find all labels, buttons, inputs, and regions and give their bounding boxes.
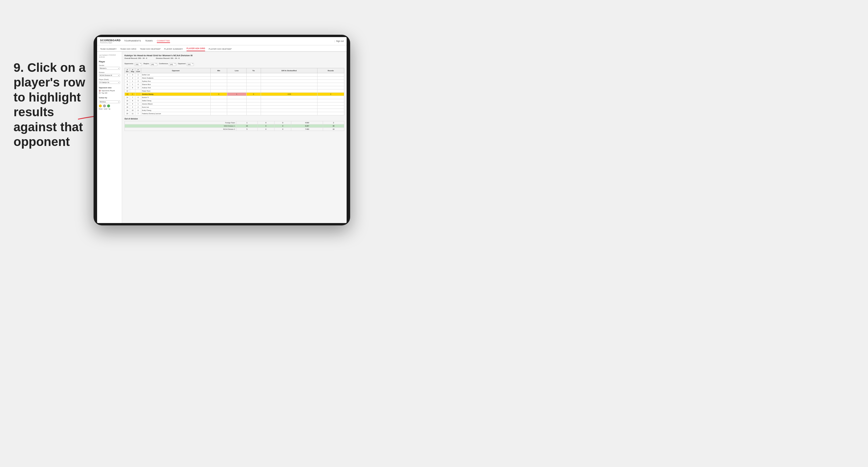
- th-diff: Diff Av Strokes/Rnd: [261, 68, 317, 73]
- tab-team-summary[interactable]: TEAM SUMMARY: [100, 48, 117, 51]
- cell-conf: 1: [135, 73, 141, 76]
- cell-tie: [246, 73, 261, 76]
- out-division-table: Foreign Team 1 0 0 4.500 2 NAIA Division…: [124, 121, 344, 131]
- legend-level-dot: [103, 104, 106, 107]
- cell-win: [210, 73, 227, 76]
- legend-up-dot: [107, 104, 110, 107]
- radio-top-100[interactable]: Top 100: [99, 92, 120, 94]
- th-rounds: Rounds: [317, 68, 344, 73]
- table-row[interactable]: 12 Haejo Hyun: [125, 89, 344, 93]
- table-row[interactable]: 6 1 3 Sydney Kuo: [125, 80, 344, 83]
- out-division-row[interactable]: NAIA Division 1 15 0 0 9.267 30: [125, 124, 344, 128]
- table-row[interactable]: 3 3 1 Esther Lee: [125, 73, 344, 76]
- tablet-device: SCOREBOARD Powered by clippd TOURNAMENTS…: [94, 35, 350, 225]
- cell-div: 3: [125, 73, 130, 76]
- colour-by-select-wrapper: Win/loss: [99, 100, 120, 103]
- tablet-screen: SCOREBOARD Powered by clippd TOURNAMENTS…: [97, 37, 347, 223]
- cell-reg: 3: [130, 73, 135, 76]
- gender-select[interactable]: Women's: [99, 67, 120, 70]
- nav-tournaments[interactable]: TOURNAMENTS: [124, 39, 141, 43]
- player-rank-select-wrapper: 8. Katelyn Vo: [99, 81, 120, 84]
- annotation-block: 9. Click on a player's row to highlight …: [13, 60, 93, 149]
- table-row[interactable]: 20 11 7 Federica Domecq Lacroze: [125, 112, 344, 115]
- out-division-row[interactable]: Foreign Team 1 0 0 4.500 2: [125, 121, 344, 124]
- sidebar: Last Updated: 27/03/2024 16:55:38 Player…: [97, 52, 122, 223]
- gender-label: Gender: [99, 64, 120, 66]
- conference-select[interactable]: (All): [169, 63, 176, 66]
- main-content: Last Updated: 27/03/2024 16:55:38 Player…: [97, 52, 347, 223]
- th-win: Win: [210, 68, 227, 73]
- sign-out-divider: |: [334, 40, 335, 42]
- th-opponent: Opponent: [141, 68, 210, 73]
- opponent-filter-select-wrap: (All): [187, 61, 194, 66]
- tab-player-summary[interactable]: PLAYER SUMMARY: [164, 48, 183, 51]
- tab-team-h2h-grid[interactable]: TEAM H2H GRID: [120, 48, 136, 51]
- th-loss: Loss: [227, 68, 247, 73]
- legend-row: [99, 104, 120, 107]
- tab-player-h2h-heatmap[interactable]: PLAYER H2H HEATMAP: [209, 48, 231, 51]
- step-number: 9.: [13, 61, 24, 74]
- opponents-select[interactable]: (All): [134, 63, 142, 66]
- player-rank-label: Player (Rank): [99, 79, 120, 80]
- table-row[interactable]: 16 9 1 Jessica Mason: [125, 102, 344, 106]
- th-conf: # Conf: [135, 68, 141, 73]
- cell-diff: [261, 73, 317, 76]
- opponent-filter-select[interactable]: (All): [187, 63, 194, 66]
- table-row[interactable]: 15 8 5 Stella Cheng: [125, 99, 344, 102]
- nav-committee[interactable]: COMMITTEE: [157, 39, 170, 43]
- table-row-selected[interactable]: 13 1 Jessica Huang 0 1 0 -3.00 2: [125, 93, 344, 96]
- radio-group: Opponents Played Top 100: [99, 90, 120, 94]
- table-row[interactable]: 18 2 2 Euna Lee: [125, 106, 344, 109]
- opponent-view-title: Opponent view: [99, 87, 120, 89]
- th-div: # Div: [125, 68, 130, 73]
- legend-down-dot: [99, 104, 102, 107]
- th-reg: # Reg: [130, 68, 135, 73]
- record-row: Overall Record: 353 - 34 - 6 Division Re…: [124, 57, 344, 59]
- radio-opponents-played[interactable]: Opponents Played: [99, 90, 120, 92]
- last-updated: Last Updated: 27/03/2024 16:55:38: [99, 54, 120, 58]
- opponents-select-wrap: (All): [134, 61, 142, 66]
- region-select-wrap: (All): [150, 61, 157, 66]
- filter-opponents: Opponents: (All): [124, 61, 142, 66]
- th-tie: Tie: [246, 68, 261, 73]
- legend-labels: Down Level Up: [99, 108, 120, 110]
- region-select[interactable]: (All): [150, 63, 157, 66]
- tab-team-h2h-heatmap[interactable]: TEAM H2H HEATMAP: [140, 48, 160, 51]
- logo-area: SCOREBOARD Powered by clippd: [100, 39, 121, 43]
- overall-record: Overall Record: 353 - 34 - 6: [124, 57, 147, 59]
- cell-rounds: [317, 73, 344, 76]
- out-division-title: Out of division: [124, 118, 344, 120]
- radio-circle-1: [99, 90, 101, 92]
- player-rank-select[interactable]: 8. Katelyn Vo: [99, 81, 120, 84]
- division-select[interactable]: NCAA Division III: [99, 74, 120, 77]
- player-section-title: Player: [99, 61, 120, 63]
- sign-out-button[interactable]: Sign out: [336, 40, 344, 42]
- table-row[interactable]: 14 7 4 Eunice Yi: [125, 96, 344, 99]
- division-select-wrapper: NCAA Division III: [99, 74, 120, 77]
- table-row[interactable]: 9 1 4 Sharon Mun: [125, 83, 344, 86]
- filter-opponent: Opponent (All): [178, 61, 194, 66]
- radio-circle-2: [99, 92, 101, 94]
- nav-links: TOURNAMENTS TEAMS COMMITTEE: [124, 39, 334, 43]
- division-label: Division: [99, 71, 120, 73]
- panel-title: Katelyn Vo Head-to-Head Grid for Women's…: [124, 54, 344, 57]
- table-row[interactable]: 5 2 2 Alexis Sudjianto: [125, 76, 344, 80]
- filter-conference: Conference (All): [159, 61, 176, 66]
- h2h-grid-table: # Div # Reg # Conf Opponent Win Loss Tie…: [124, 68, 344, 115]
- colour-by-title: Colour by: [99, 97, 120, 99]
- colour-by-select[interactable]: Win/loss: [99, 100, 120, 103]
- gender-select-wrapper: Women's: [99, 67, 120, 70]
- content-area: Katelyn Vo Head-to-Head Grid for Women's…: [122, 52, 347, 223]
- logo-sub: Powered by clippd: [100, 42, 121, 43]
- table-row[interactable]: 10 6 3 Andrea York: [125, 86, 344, 89]
- logo-text: SCOREBOARD: [100, 39, 121, 42]
- nav-bar: SCOREBOARD Powered by clippd TOURNAMENTS…: [97, 37, 347, 45]
- table-row[interactable]: 19 10 6 Emily Chang: [125, 109, 344, 112]
- tab-player-h2h-grid[interactable]: PLAYER H2H GRID: [187, 48, 205, 51]
- out-division-row[interactable]: NCAA Division 2 5 0 0 7.400 10: [125, 128, 344, 131]
- division-record: Division Record: 331 - 34 - 6: [156, 57, 180, 59]
- nav-teams[interactable]: TEAMS: [145, 39, 153, 43]
- annotation-text: 9. Click on a player's row to highlight …: [13, 60, 93, 149]
- cell-loss: [227, 73, 247, 76]
- filter-region: Region (All): [144, 61, 157, 66]
